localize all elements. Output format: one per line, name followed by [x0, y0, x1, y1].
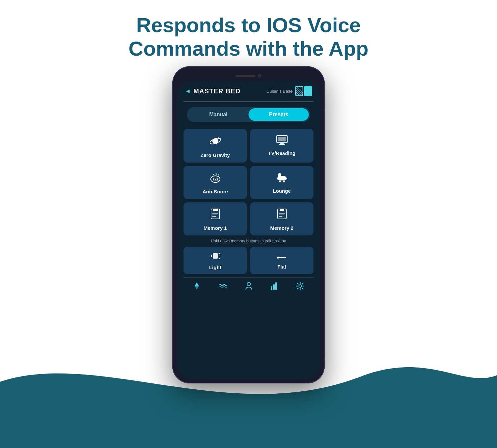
phone-outer-shell: ◄ MASTER BED Cullen's Base Manual	[172, 66, 325, 383]
preset-anti-snore[interactable]: zZz Anti-Snore	[184, 166, 247, 199]
svg-rect-24	[280, 209, 284, 211]
nav-person[interactable]	[245, 282, 252, 290]
tab-bar: Manual Presets	[187, 107, 310, 122]
tv-reading-label: TV/Reading	[268, 150, 296, 156]
svg-point-2	[218, 137, 219, 139]
nav-adjust[interactable]	[193, 282, 201, 290]
bottom-nav	[184, 277, 313, 292]
header-left: ◄ MASTER BED	[185, 87, 241, 95]
svg-rect-20	[212, 213, 218, 214]
svg-rect-28	[211, 255, 212, 257]
phone-screen: ◄ MASTER BED Cullen's Base Manual	[177, 81, 320, 379]
preset-tv-reading[interactable]: TV/Reading	[250, 129, 313, 163]
heading-line2: Commands with the App	[0, 37, 497, 60]
phone-mockup: ◄ MASTER BED Cullen's Base Manual	[172, 66, 325, 383]
svg-rect-26	[279, 215, 284, 215]
preset-zero-gravity[interactable]: Zero Gravity	[184, 129, 247, 163]
cullen-base-label: Cullen's Base	[266, 89, 293, 94]
bed-icon-right	[304, 86, 312, 96]
bed-icon-left	[295, 86, 303, 96]
page-heading: Responds to IOS Voice Commands with the …	[0, 0, 497, 61]
header-right: Cullen's Base	[266, 86, 312, 96]
anti-snore-icon: zZz	[207, 172, 223, 185]
zero-gravity-label: Zero Gravity	[200, 152, 230, 158]
memory-1-icon	[210, 208, 221, 222]
screen-title: MASTER BED	[193, 87, 241, 95]
svg-rect-19	[213, 209, 218, 211]
svg-rect-27	[279, 216, 282, 217]
svg-line-10	[216, 173, 217, 174]
action-light[interactable]: Light	[184, 247, 247, 274]
preset-lounge[interactable]: Lounge	[250, 166, 313, 199]
svg-rect-29	[213, 253, 218, 259]
bed-icon-group	[295, 86, 312, 96]
memory-2-icon	[276, 208, 288, 222]
svg-rect-25	[279, 213, 285, 214]
preset-memory-2[interactable]: Memory 2	[250, 202, 313, 235]
tab-presets[interactable]: Presets	[248, 108, 309, 121]
zero-gravity-icon	[209, 135, 222, 149]
svg-rect-16	[279, 180, 281, 182]
notch-camera	[258, 74, 261, 77]
svg-line-11	[218, 174, 219, 176]
tab-manual[interactable]: Manual	[188, 108, 248, 121]
phone-notch	[222, 71, 275, 81]
svg-rect-4	[278, 137, 286, 141]
header-divider	[184, 101, 313, 102]
memory-1-label: Memory 1	[203, 225, 227, 231]
svg-rect-5	[280, 143, 284, 144]
svg-text:zZz: zZz	[213, 177, 219, 181]
svg-line-32	[219, 258, 220, 259]
svg-point-37	[247, 282, 250, 286]
action-row: Light Flat	[184, 247, 313, 274]
tv-reading-icon	[276, 135, 288, 147]
svg-rect-17	[283, 180, 285, 182]
nav-bars[interactable]	[270, 282, 278, 290]
svg-line-30	[219, 253, 220, 254]
flat-label: Flat	[277, 264, 286, 270]
preset-memory-1[interactable]: Memory 1	[184, 202, 247, 235]
notch-speaker	[236, 75, 255, 77]
nav-settings[interactable]	[296, 282, 304, 290]
lounge-icon	[276, 172, 288, 185]
action-flat[interactable]: Flat	[250, 247, 313, 274]
svg-rect-39	[273, 284, 275, 290]
heading-line1: Responds to IOS Voice	[0, 13, 497, 37]
svg-rect-14	[277, 177, 279, 180]
svg-rect-21	[212, 215, 217, 215]
anti-snore-label: Anti-Snore	[202, 189, 228, 194]
flat-icon	[277, 252, 287, 261]
svg-marker-36	[194, 286, 199, 290]
back-arrow-icon[interactable]: ◄	[185, 88, 191, 95]
nav-vibrate[interactable]	[219, 282, 227, 290]
presets-grid: Zero Gravity TV/Reading	[184, 129, 313, 235]
light-label: Light	[209, 265, 221, 270]
svg-rect-22	[212, 216, 216, 217]
svg-rect-38	[271, 286, 272, 290]
svg-rect-15	[285, 177, 287, 180]
app-header: ◄ MASTER BED Cullen's Base	[184, 81, 313, 100]
svg-rect-40	[275, 282, 277, 290]
svg-point-0	[212, 138, 218, 144]
svg-point-41	[299, 285, 302, 287]
app-screen: ◄ MASTER BED Cullen's Base Manual	[177, 81, 320, 379]
svg-point-33	[277, 257, 279, 259]
svg-line-9	[213, 174, 214, 175]
memory-2-label: Memory 2	[270, 225, 293, 231]
memory-hint: Hold down memory buttons to edit positio…	[184, 239, 313, 243]
light-icon	[210, 252, 221, 262]
lounge-label: Lounge	[273, 188, 291, 194]
svg-rect-6	[279, 144, 285, 145]
